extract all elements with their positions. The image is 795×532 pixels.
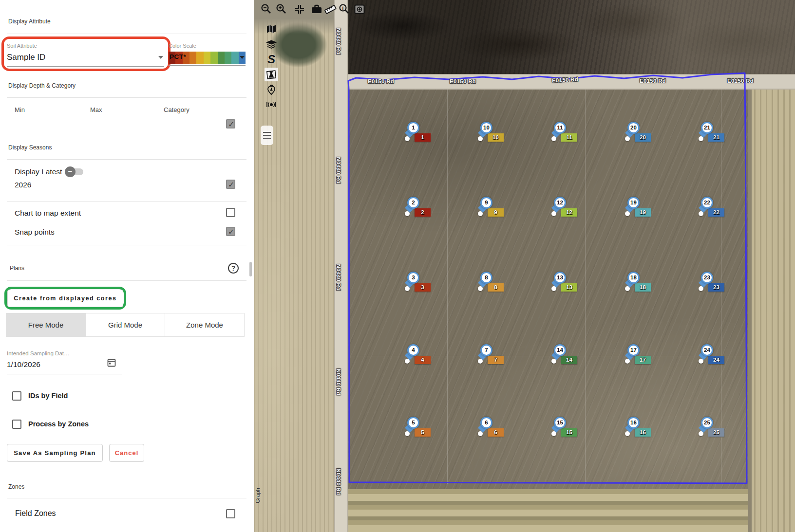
layers-icon[interactable]	[265, 37, 278, 51]
sample-id-label: 21	[708, 133, 724, 142]
pin-head: 23	[701, 272, 713, 284]
ids-by-field-checkbox[interactable]	[12, 391, 21, 401]
category-column-label: Category	[164, 106, 189, 113]
pin-ground-dot	[478, 431, 483, 436]
soil-attribute-label: Soil Attribute	[7, 43, 37, 49]
sample-id-label: 16	[635, 428, 651, 437]
pin-head: 14	[554, 344, 566, 356]
pin-ground-dot	[625, 359, 630, 364]
ruler-icon[interactable]	[324, 3, 337, 16]
overview-map-icon[interactable]	[353, 3, 366, 16]
snap-points-label: Snap points	[15, 228, 55, 237]
chevron-down-icon[interactable]	[158, 56, 163, 59]
season-year-checkbox[interactable]	[226, 180, 235, 189]
pin-ground-dot	[625, 136, 630, 141]
display-latest-label: Display Latest	[15, 167, 62, 176]
sample-id-label: 12	[561, 208, 577, 217]
sample-id-label: 17	[635, 356, 651, 364]
process-by-zones-checkbox[interactable]	[12, 420, 21, 429]
sample-id-label: 7	[488, 356, 504, 364]
pin-ground-dot	[625, 211, 630, 216]
pin-head: 6	[480, 417, 492, 429]
app-window: Display Attribute Soil Attribute Sample …	[0, 0, 795, 532]
input-underline	[7, 66, 164, 67]
inspect-icon[interactable]: i	[338, 3, 351, 16]
depth-category-heading: Display Depth & Category	[8, 82, 76, 89]
map-canvas[interactable]: i S	[254, 0, 795, 532]
cancel-button[interactable]: Cancel	[109, 444, 144, 462]
pin-head: 15	[554, 417, 566, 429]
color-scale-segment	[196, 52, 203, 64]
fullscreen-icon[interactable]	[293, 3, 306, 16]
max-column-label: Max	[90, 106, 102, 113]
mode-tabs: Free ModeGrid ModeZone Mode	[6, 313, 245, 337]
pin-ground-dot	[625, 431, 630, 436]
sampling-date-label: Intended Sampling Dat…	[7, 350, 70, 356]
chevron-down-icon[interactable]	[240, 56, 245, 59]
divider	[7, 245, 246, 245]
pin-head: 12	[554, 197, 566, 209]
field-boundary	[254, 0, 795, 532]
pin-head: 4	[407, 344, 419, 356]
sample-id-label: 5	[415, 428, 431, 437]
category-checkbox[interactable]	[226, 119, 235, 128]
sample-flask-icon[interactable]	[265, 68, 278, 81]
season-year-label: 2026	[15, 181, 31, 189]
pin-head: 10	[480, 122, 492, 134]
pin-ground-dot	[405, 359, 410, 364]
soil-attribute-select[interactable]: Sample ID	[7, 53, 45, 62]
min-column-label: Min	[15, 106, 25, 113]
tab-free-mode[interactable]: Free Mode	[6, 313, 86, 337]
field-zones-checkbox[interactable]	[226, 509, 235, 518]
divider	[7, 97, 246, 98]
sample-id-label: 9	[488, 208, 504, 217]
color-scale-segment	[204, 52, 210, 64]
calendar-icon[interactable]	[107, 358, 116, 369]
sample-id-label: 22	[708, 208, 724, 217]
tab-zone-mode[interactable]: Zone Mode	[165, 313, 245, 337]
pin-head: 8	[480, 272, 492, 284]
pin-ground-dot	[699, 286, 703, 291]
pin-ground-dot	[551, 286, 556, 291]
sample-id-label: 13	[561, 283, 577, 292]
color-scale-label: Color Scale	[169, 43, 196, 49]
help-icon[interactable]: ?	[228, 263, 239, 274]
save-as-sampling-plan-button[interactable]: Save As Sampling Plan	[7, 444, 103, 462]
sampling-date-input[interactable]: 1/10/2026	[7, 360, 40, 369]
divider	[7, 159, 246, 160]
input-underline	[169, 65, 246, 66]
chart-to-map-extent-checkbox[interactable]	[226, 208, 235, 217]
zoom-out-icon[interactable]	[260, 3, 273, 16]
tab-grid-mode[interactable]: Grid Mode	[86, 313, 165, 337]
color-scale-segment	[189, 52, 196, 64]
sample-pin-icon[interactable]	[265, 83, 278, 96]
pin-ground-dot	[625, 286, 630, 291]
soil-s-icon[interactable]: S	[265, 53, 278, 66]
pin-ground-dot	[551, 136, 556, 141]
create-from-displayed-cores-button[interactable]: Create from displayed cores	[7, 290, 123, 307]
basemap-icon[interactable]	[265, 22, 278, 36]
snap-points-checkbox[interactable]	[226, 227, 235, 236]
color-scale-badge: PCT*	[170, 53, 186, 60]
display-seasons-heading: Display Seasons	[8, 144, 52, 151]
pin-ground-dot	[478, 286, 483, 291]
road-label-n0440: N0440 Rd	[336, 469, 341, 495]
legend-pull-tab[interactable]	[261, 126, 273, 145]
zoom-in-icon[interactable]	[275, 3, 288, 16]
display-latest-toggle-thumb[interactable]: −	[65, 166, 76, 177]
display-attribute-heading: Display Attribute	[8, 18, 51, 25]
iot-icon[interactable]	[265, 98, 278, 111]
sample-id-label: 1	[415, 133, 431, 142]
process-by-zones-label: Process by Zones	[28, 420, 89, 428]
pin-ground-dot	[699, 359, 703, 364]
sample-id-label: 14	[561, 356, 577, 364]
toolbox-icon[interactable]	[310, 3, 323, 16]
pin-ground-dot	[478, 136, 483, 141]
pin-head: 7	[480, 344, 492, 356]
pin-ground-dot	[699, 431, 703, 436]
sample-id-label: 19	[635, 208, 651, 217]
sidebar-scrollbar[interactable]	[249, 262, 252, 276]
pin-ground-dot	[405, 136, 410, 141]
field-zones-label: Field Zones	[15, 509, 56, 518]
pin-head: 1	[407, 122, 419, 134]
